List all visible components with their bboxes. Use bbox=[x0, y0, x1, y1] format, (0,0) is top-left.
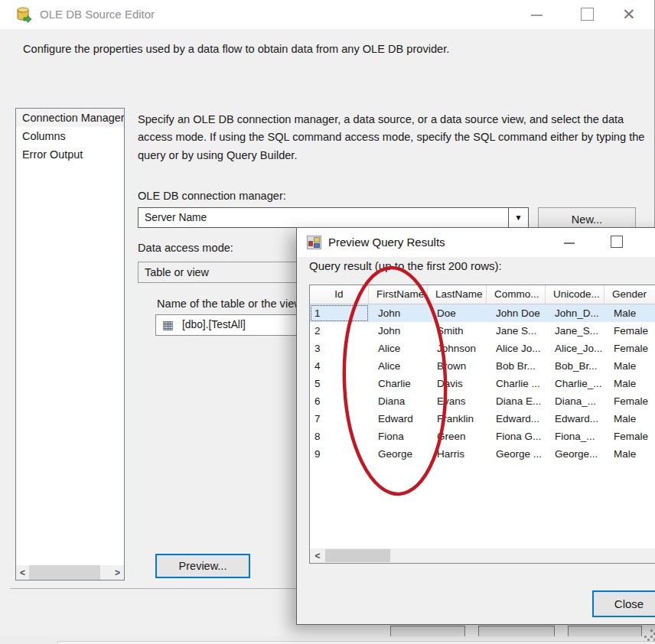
intro-text: Configure the properties used by a data … bbox=[23, 43, 627, 55]
table-cell[interactable]: John_D... bbox=[546, 304, 604, 322]
table-cell[interactable]: Charlie ... bbox=[487, 375, 546, 392]
nav-item-columns[interactable]: Columns bbox=[16, 127, 124, 145]
nav-item-error-output[interactable]: Error Output bbox=[16, 145, 124, 164]
table-cell[interactable]: Johnson bbox=[428, 340, 487, 357]
table-cell[interactable]: Brown bbox=[428, 357, 487, 375]
nav-horizontal-scrollbar[interactable]: < > bbox=[16, 565, 124, 580]
table-cell[interactable]: Male bbox=[604, 375, 655, 392]
results-grid[interactable]: IdFirstNameLastNameCommo...Unicode...Gen… bbox=[309, 285, 655, 564]
column-header[interactable]: FirstName bbox=[369, 285, 428, 304]
table-cell[interactable]: Edward bbox=[369, 410, 428, 428]
table-cell[interactable]: John bbox=[369, 304, 428, 322]
resize-grip[interactable] bbox=[644, 636, 647, 638]
dialog-minimize-icon[interactable] bbox=[564, 242, 575, 244]
table-cell[interactable]: 7 bbox=[310, 410, 369, 428]
table-cell[interactable]: George bbox=[369, 445, 428, 463]
table-cell[interactable]: Franklin bbox=[428, 410, 487, 428]
table-cell[interactable]: George ... bbox=[487, 445, 546, 463]
table-cell[interactable]: 1 bbox=[310, 304, 369, 322]
close-button[interactable]: Close bbox=[592, 590, 655, 617]
table-cell[interactable]: Diana_... bbox=[546, 392, 604, 410]
scrollbar-thumb[interactable] bbox=[325, 549, 390, 562]
column-header[interactable]: Id bbox=[310, 285, 369, 304]
table-cell[interactable]: Alice bbox=[369, 340, 428, 357]
table-cell[interactable]: Bob_Br... bbox=[546, 357, 604, 375]
table-cell[interactable]: Alice bbox=[369, 357, 428, 375]
chevron-down-icon[interactable]: ▼ bbox=[508, 208, 528, 227]
close-icon[interactable]: ✕ bbox=[622, 4, 636, 25]
table-cell[interactable]: Fiona bbox=[369, 428, 428, 445]
table-cell[interactable]: Female bbox=[604, 340, 655, 357]
table-cell[interactable]: Charlie bbox=[369, 375, 428, 392]
table-cell[interactable]: George... bbox=[546, 445, 604, 463]
table-cell[interactable]: Fiona_... bbox=[546, 428, 604, 445]
maximize-icon[interactable] bbox=[581, 8, 594, 21]
table-row[interactable]: 8FionaGreenFiona G...Fiona_...Female bbox=[310, 428, 655, 445]
table-cell[interactable]: Male bbox=[604, 445, 655, 463]
table-cell[interactable]: 5 bbox=[310, 375, 369, 392]
table-cell[interactable]: Diana E... bbox=[487, 392, 546, 410]
table-row[interactable]: 2JohnSmithJane S...Jane_S...Female bbox=[310, 322, 655, 340]
table-cell[interactable]: Male bbox=[604, 357, 655, 375]
minimize-icon[interactable] bbox=[531, 15, 543, 16]
table-cell[interactable]: Female bbox=[604, 428, 655, 445]
pages-list[interactable]: Connection Manager Columns Error Output … bbox=[15, 108, 125, 581]
table-cell[interactable]: Davis bbox=[428, 375, 487, 392]
table-cell[interactable]: 4 bbox=[310, 357, 369, 375]
table-cell[interactable]: 8 bbox=[310, 428, 369, 445]
scroll-left-icon[interactable]: < bbox=[16, 568, 29, 578]
data-access-mode-label: Data access mode: bbox=[138, 242, 233, 254]
table-cell[interactable]: Edward... bbox=[487, 410, 546, 428]
column-header[interactable]: LastName bbox=[428, 285, 487, 304]
table-cell[interactable]: Evans bbox=[428, 392, 487, 410]
table-cell[interactable]: Green bbox=[428, 428, 487, 445]
table-cell[interactable]: Jane S... bbox=[487, 322, 546, 340]
preview-button[interactable]: Preview... bbox=[155, 554, 250, 578]
table-cell[interactable]: Diana bbox=[369, 392, 428, 410]
table-row[interactable]: 4AliceBrownBob Br...Bob_Br...Male bbox=[310, 357, 655, 375]
column-header[interactable]: Commo... bbox=[487, 285, 546, 304]
partial-button-ok[interactable] bbox=[390, 626, 465, 636]
table-cell[interactable]: 3 bbox=[310, 340, 369, 357]
table-row[interactable]: 9GeorgeHarrisGeorge ...George...Male bbox=[310, 445, 655, 463]
table-row[interactable]: 3AliceJohnsonAlice Jo...Alice_Jo...Femal… bbox=[310, 340, 655, 357]
table-cell[interactable]: Jane_S... bbox=[546, 322, 604, 340]
scroll-right-icon[interactable]: > bbox=[111, 568, 124, 578]
table-cell[interactable]: Edward... bbox=[546, 410, 604, 428]
table-cell[interactable]: Harris bbox=[428, 445, 487, 463]
table-row[interactable]: 7EdwardFranklinEdward...Edward...Male bbox=[310, 410, 655, 428]
table-row[interactable]: 6DianaEvansDiana E...Diana_...Female bbox=[310, 392, 655, 410]
table-cell[interactable]: Female bbox=[604, 322, 655, 340]
table-cell[interactable]: Male bbox=[604, 304, 655, 322]
dialog-titlebar: Preview Query Results bbox=[297, 228, 655, 257]
table-cell[interactable]: Smith bbox=[428, 322, 487, 340]
column-header[interactable]: Unicode... bbox=[546, 285, 604, 304]
table-row[interactable]: 1JohnDoeJohn DoeJohn_D...Male bbox=[310, 304, 655, 322]
connection-manager-combobox[interactable]: Server Name ▼ bbox=[138, 207, 529, 228]
table-cell[interactable]: Alice Jo... bbox=[487, 340, 546, 357]
partial-button-cancel[interactable] bbox=[478, 626, 555, 636]
table-cell[interactable]: John Doe bbox=[487, 304, 546, 322]
table-cell[interactable]: Bob Br... bbox=[487, 357, 546, 375]
table-cell[interactable]: Charlie_... bbox=[546, 375, 604, 392]
table-cell[interactable]: 2 bbox=[310, 322, 369, 340]
column-header[interactable]: Gender bbox=[604, 285, 655, 304]
table-cell[interactable]: Male bbox=[604, 410, 655, 428]
grid-body: 1JohnDoeJohn DoeJohn_D...Male2JohnSmithJ… bbox=[310, 304, 655, 463]
nav-item-connection-manager[interactable]: Connection Manager bbox=[16, 109, 124, 127]
table-cell[interactable]: John bbox=[369, 322, 428, 340]
window-behind-edge bbox=[57, 641, 655, 644]
dialog-maximize-icon[interactable] bbox=[611, 236, 623, 248]
table-cell[interactable]: Female bbox=[604, 392, 655, 410]
table-cell[interactable]: Fiona G... bbox=[487, 428, 546, 445]
scroll-left-icon[interactable]: < bbox=[310, 551, 325, 561]
scrollbar-thumb[interactable] bbox=[29, 565, 100, 580]
table-cell[interactable]: 9 bbox=[310, 445, 369, 463]
table-cell[interactable]: 6 bbox=[310, 392, 369, 410]
table-cell[interactable]: Alice_Jo... bbox=[546, 340, 604, 357]
grid-horizontal-scrollbar[interactable]: < bbox=[310, 548, 655, 563]
table-cell[interactable]: Doe bbox=[428, 304, 487, 322]
partial-button-help[interactable] bbox=[568, 626, 642, 636]
page-description: Specify an OLE DB connection manager, a … bbox=[138, 111, 649, 164]
table-row[interactable]: 5CharlieDavisCharlie ...Charlie_...Male bbox=[310, 375, 655, 392]
